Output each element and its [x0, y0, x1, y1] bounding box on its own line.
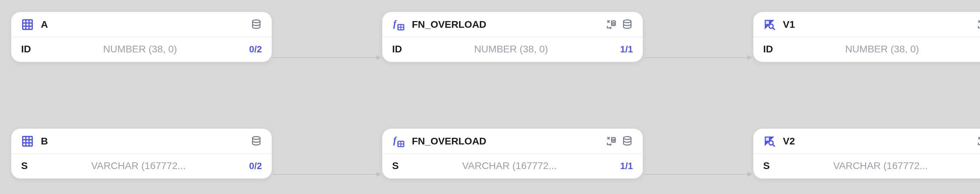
svg-rect-12	[766, 21, 769, 24]
column-type: VARCHAR (167772...	[28, 160, 249, 172]
node-header: V1	[753, 12, 980, 37]
function-icon: f	[392, 18, 405, 31]
column-row[interactable]: S VARCHAR (167772... 2/0	[753, 154, 980, 178]
column-name: S	[21, 160, 28, 172]
node-function-fn-overload-2[interactable]: f FN_OVERLOAD S VARCHAR (167772... 1/1	[382, 129, 643, 178]
column-type: NUMBER (38, 0)	[773, 44, 980, 55]
database-icon[interactable]	[251, 19, 262, 30]
column-type: NUMBER (38, 0)	[31, 44, 249, 55]
view-icon	[763, 18, 776, 31]
database-icon[interactable]	[251, 136, 262, 147]
column-name: ID	[392, 44, 402, 55]
lineage-icon[interactable]	[977, 136, 980, 147]
column-row[interactable]: S VARCHAR (167772... 1/1	[382, 154, 643, 178]
svg-point-30	[769, 141, 773, 145]
connector-arrow	[273, 57, 381, 58]
column-type: VARCHAR (167772...	[399, 160, 620, 172]
svg-point-11	[624, 20, 631, 23]
svg-line-14	[773, 28, 775, 30]
column-type: VARCHAR (167772...	[770, 160, 980, 172]
svg-point-5	[252, 20, 260, 23]
node-actions	[251, 19, 262, 30]
column-count: 0/2	[249, 161, 262, 172]
node-actions	[977, 19, 980, 30]
view-icon	[763, 135, 776, 148]
function-icon: f	[392, 135, 405, 148]
table-icon	[21, 135, 34, 148]
node-title: V2	[783, 136, 977, 147]
node-title: FN_OVERLOAD	[412, 19, 605, 30]
database-icon[interactable]	[622, 136, 633, 147]
node-view-v2[interactable]: V2 S VARCHAR (167772... 2/0	[753, 129, 980, 178]
node-header: B	[11, 129, 272, 154]
svg-point-13	[769, 24, 773, 28]
column-row[interactable]: S VARCHAR (167772... 0/2	[11, 154, 272, 178]
connector-arrow	[644, 57, 752, 58]
svg-rect-0	[23, 20, 32, 30]
column-name: ID	[21, 44, 31, 55]
svg-point-28	[624, 137, 631, 140]
node-header: f FN_OVERLOAD	[382, 12, 643, 37]
node-title: V1	[783, 19, 977, 30]
column-name: S	[392, 160, 399, 172]
database-icon[interactable]	[622, 19, 633, 30]
node-actions	[251, 136, 262, 147]
connector-arrow	[273, 174, 381, 175]
node-function-fn-overload-1[interactable]: f FN_OVERLOAD ID NUMBER (38, 0) 1/1	[382, 12, 643, 62]
node-actions	[605, 136, 633, 147]
column-count: 0/2	[249, 44, 262, 55]
column-count: 1/1	[620, 44, 633, 55]
node-view-v1[interactable]: V1 ID NUMBER (38, 0) 2/0	[753, 12, 980, 62]
svg-text:f: f	[393, 18, 398, 29]
column-name: ID	[763, 44, 773, 55]
svg-line-31	[773, 144, 775, 147]
node-title: A	[41, 19, 251, 30]
node-header: f FN_OVERLOAD	[382, 129, 643, 154]
column-type: NUMBER (38, 0)	[402, 44, 620, 55]
node-actions	[605, 19, 633, 30]
node-actions	[977, 136, 980, 147]
column-row[interactable]: ID NUMBER (38, 0) 1/1	[382, 37, 643, 62]
node-title: B	[41, 136, 251, 147]
svg-text:f: f	[393, 135, 398, 145]
node-title: FN_OVERLOAD	[412, 136, 605, 147]
column-row[interactable]: ID NUMBER (38, 0) 0/2	[11, 37, 272, 62]
svg-point-22	[252, 137, 260, 140]
lineage-icon[interactable]	[605, 19, 617, 30]
column-count: 1/1	[620, 161, 633, 172]
lineage-icon[interactable]	[605, 136, 617, 147]
node-table-b[interactable]: B S VARCHAR (167772... 0/2	[11, 129, 272, 178]
svg-rect-17	[23, 137, 32, 146]
lineage-icon[interactable]	[977, 19, 980, 30]
table-icon	[21, 18, 34, 31]
node-header: V2	[753, 129, 980, 154]
node-table-a[interactable]: A ID NUMBER (38, 0) 0/2	[11, 12, 272, 62]
svg-rect-29	[766, 138, 769, 141]
column-row[interactable]: ID NUMBER (38, 0) 2/0	[753, 37, 980, 62]
node-header: A	[11, 12, 272, 37]
connector-arrow	[644, 174, 752, 175]
column-name: S	[763, 160, 770, 172]
